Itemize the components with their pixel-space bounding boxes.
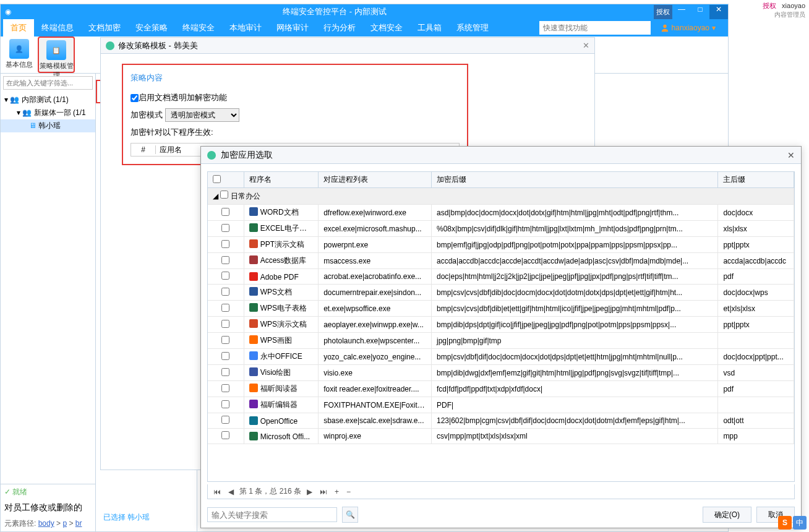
menu-home[interactable]: 首页 [3, 19, 34, 36]
tree-node-root[interactable]: ▾ 👥 内部测试 (1/1) [1, 93, 95, 106]
ime-indicator: S 中 [778, 516, 807, 530]
enable-transparent-cb[interactable] [131, 94, 139, 102]
policy-section-title: 策略内容 [131, 72, 460, 84]
table-row[interactable]: PPT演示文稿powerpnt.exebmp|emf|gif|jpg|odp|p… [208, 237, 794, 253]
table-row[interactable]: Access数据库msaccess.exeaccda|accdb|accdc|a… [208, 253, 794, 269]
pager-first[interactable]: ⏮ [212, 487, 223, 496]
menu-doc-security[interactable]: 文档安全 [363, 19, 410, 36]
th-proc[interactable]: 对应进程列表 [319, 172, 432, 188]
app-icon [249, 319, 258, 328]
pager-add[interactable]: + [333, 487, 341, 496]
maximize-button[interactable]: □ [691, 5, 709, 19]
app-icon [249, 303, 258, 312]
left-tree-pane: ▾ 👥 内部测试 (1/1) ▾ 👥 新媒体一部 (1/1 🖥 韩小瑶 就绪 对… [1, 74, 96, 531]
row-checkbox[interactable] [221, 400, 229, 408]
tree-filter-input[interactable] [3, 76, 93, 90]
table-row[interactable]: Adobe PDFacrobat.exe|acrobatinfo.exe...d… [208, 269, 794, 285]
app-icon [249, 400, 258, 408]
status-ready: 就绪 [1, 484, 95, 500]
dialog-search-button[interactable]: 🔍 [342, 507, 358, 523]
table-row[interactable]: WPS电子表格et.exe|wpsoffice.exebmp|csv|cvs|d… [208, 301, 794, 317]
tree-node-dept[interactable]: ▾ 👥 新媒体一部 (1/1 [1, 106, 95, 119]
menu-terminal-security[interactable]: 终端安全 [175, 19, 222, 36]
menu-network-audit[interactable]: 网络审计 [269, 19, 316, 36]
close-button[interactable]: ✕ [709, 5, 728, 19]
table-row[interactable]: WPS演示文稿aeoplayer.exe|winwpp.exe|w...bmp|… [208, 317, 794, 333]
dialog-search-input[interactable] [207, 507, 337, 522]
row-checkbox[interactable] [221, 240, 229, 248]
ok-button[interactable]: 确定(O) [703, 507, 751, 523]
th-ext[interactable]: 加密后缀 [432, 172, 718, 188]
path-body[interactable]: body [38, 519, 54, 528]
menu-terminal-info[interactable]: 终端信息 [34, 19, 81, 36]
table-row[interactable]: WORD文档dfreflow.exe|winword.exeasd|bmp|do… [208, 205, 794, 221]
row-checkbox[interactable] [221, 384, 229, 392]
menu-security-policy[interactable]: 安全策略 [128, 19, 175, 36]
selection-footer: 已选择 韩小瑶 [96, 508, 197, 526]
th-name[interactable]: 程序名 [244, 172, 319, 188]
path-p[interactable]: p [62, 519, 67, 528]
menu-local-audit[interactable]: 本地审计 [222, 19, 269, 36]
app-icon [249, 432, 258, 440]
app-icon [249, 367, 258, 376]
table-row[interactable]: Visio绘图visio.exebmp|dib|dwg|dxf|emf|emz|… [208, 365, 794, 381]
row-checkbox[interactable] [221, 272, 229, 280]
table-row[interactable]: Microsoft Offi...winproj.execsv|mpp|mpt|… [208, 429, 794, 444]
table-row[interactable]: WPS画图photolaunch.exe|wpscenter...jpg|png… [208, 333, 794, 349]
row-checkbox[interactable] [221, 368, 229, 376]
app-icon [249, 384, 258, 392]
row-checkbox[interactable] [221, 288, 229, 296]
app-icon [249, 416, 258, 425]
toolbtn-basic-info[interactable]: 👤 基本信息 [1, 36, 38, 73]
table-row[interactable]: EXCEL电子表格excel.exe|microsoft.mashup...%0… [208, 221, 794, 237]
pager-last[interactable]: ⏭ [318, 487, 329, 496]
table-row[interactable]: 永中OFFICEyozo_calc.exe|yozo_engine...bmp|… [208, 349, 794, 365]
row-checkbox[interactable] [221, 416, 229, 424]
table-row[interactable]: 福昕阅读器foxit reader.exe|foxitreader....fcd… [208, 381, 794, 397]
row-checkbox[interactable] [221, 352, 229, 360]
row-checkbox[interactable] [221, 336, 229, 344]
toolbtn-policy-template[interactable]: 📋 策略模板管理 [38, 36, 75, 73]
th-main[interactable]: 主后缀 [718, 172, 794, 188]
app-table: 程序名 对应进程列表 加密后缀 主后缀 ◢ 日常办公WORD文档dfreflow… [208, 172, 794, 444]
corner-info: 授权 xiaoyao 内容管理员 [759, 0, 809, 20]
dialog-close[interactable]: ✕ [787, 150, 795, 160]
auth-button[interactable]: 授权 [654, 5, 672, 19]
template-icon: 📋 [46, 40, 66, 60]
th-checkbox[interactable] [208, 172, 244, 188]
row-checkbox[interactable] [221, 320, 229, 328]
table-row[interactable]: WPS文档documerntrepair.exe|sindon...bmp|cs… [208, 285, 794, 301]
menu-bar: 首页 终端信息 文档加密 安全策略 终端安全 本地审计 网络审计 行为分析 文档… [1, 19, 728, 36]
menu-behavior[interactable]: 行为分析 [316, 19, 363, 36]
ime-s-icon[interactable]: S [778, 516, 792, 530]
menu-toolbox[interactable]: 工具箱 [410, 19, 449, 36]
tree-node-user[interactable]: 🖥 韩小瑶 [1, 119, 95, 132]
app-icon [249, 335, 258, 344]
pager-prev[interactable]: ◀ [226, 487, 236, 496]
row-checkbox[interactable] [221, 431, 229, 439]
table-row[interactable]: OpenOfficesbase.exe|scalc.exe|sdraw.e...… [208, 413, 794, 429]
path-br[interactable]: br [75, 519, 82, 528]
group-row[interactable]: ◢ 日常办公 [208, 188, 794, 205]
window-title: 终端安全管控平台 - 内部测试 [15, 6, 654, 17]
table-row[interactable]: 福昕编辑器FOXITPHANTOM.EXE|FoxitP...PDF| [208, 397, 794, 413]
title-bar: ◉ 终端安全管控平台 - 内部测试 授权 — □ ✕ [1, 4, 728, 19]
cutoff-text: 对员工修改或删除的 [1, 500, 95, 516]
edit-window-close[interactable]: ✕ [583, 41, 589, 50]
pager: ⏮ ◀ 第 1 条，总 216 条 ▶ ⏭ + − [207, 484, 795, 499]
menu-doc-encrypt[interactable]: 文档加密 [81, 19, 128, 36]
pager-next[interactable]: ▶ [305, 487, 314, 496]
window-dot-icon [106, 41, 114, 50]
person-icon: 👤 [9, 39, 29, 59]
row-checkbox[interactable] [221, 208, 229, 216]
pager-del[interactable]: − [345, 487, 353, 496]
encrypt-mode-select[interactable]: 透明加密模式 [165, 108, 239, 122]
minimize-button[interactable]: — [672, 5, 691, 19]
row-checkbox[interactable] [221, 256, 229, 264]
user-label[interactable]: hanxiaoyao ▾ [661, 24, 716, 32]
menu-system[interactable]: 系统管理 [449, 19, 496, 36]
row-checkbox[interactable] [221, 224, 229, 232]
row-checkbox[interactable] [221, 304, 229, 312]
ime-zh-icon[interactable]: 中 [793, 516, 807, 530]
quick-search-input[interactable] [539, 21, 651, 35]
